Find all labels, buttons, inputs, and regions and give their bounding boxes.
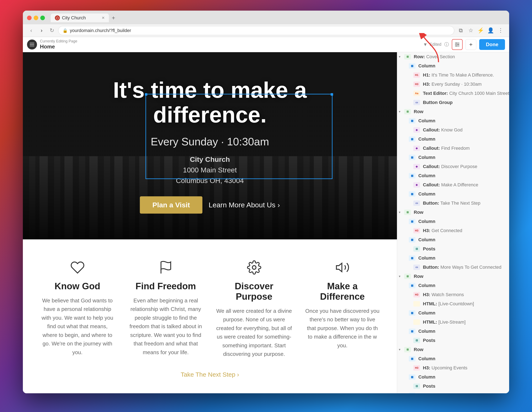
add-element-button[interactable]: + (466, 39, 476, 50)
tree-item-type: Column (418, 63, 435, 69)
tree-item-type: Row (414, 347, 423, 352)
tree-item-icon: ▦ (409, 356, 415, 362)
editor-bar-info: Currently Editing Page Home (40, 39, 421, 50)
plan-visit-button[interactable]: Plan a Visit (140, 196, 202, 214)
tab-close-button[interactable]: ✕ (102, 16, 105, 20)
tree-item[interactable]: ▭Button: Take The Next Step (397, 199, 509, 208)
tree-item[interactable]: ◈Callout: Know God (397, 125, 509, 135)
tree-item-type: Column (418, 356, 435, 362)
tree-item[interactable]: ▾⊞Row (397, 208, 509, 217)
hamburger-menu-button[interactable] (27, 39, 37, 49)
take-next-step-arrow: › (237, 371, 239, 378)
tree-item-icon: ◈ (413, 127, 420, 133)
tree-item[interactable]: HTML: [Live-Stream] (397, 318, 509, 327)
tree-item[interactable]: ⊟Posts (397, 244, 509, 254)
tree-item-type: H1: It's Time To Make A Difference. (423, 72, 494, 78)
find-freedom-icon (128, 260, 204, 275)
tree-item[interactable]: ⊟Posts (397, 382, 509, 391)
tree-item[interactable]: ▦Column (397, 354, 509, 363)
tree-item-type: Column (418, 374, 435, 380)
feature-make-difference: Make a Difference Once you have discover… (304, 260, 380, 359)
tree-item[interactable]: HTML: [Live-Countdown] (397, 299, 509, 308)
tree-item-type: Row (414, 109, 423, 114)
tree-item-type: HTML: [Live-Stream] (423, 319, 466, 325)
close-traffic-light[interactable] (27, 16, 32, 20)
tree-item-type: Column (418, 137, 435, 142)
tree-item[interactable]: ▦Column (397, 254, 509, 263)
tree-item-type: Posts (423, 383, 435, 389)
tree-item[interactable]: ⊟Posts (397, 336, 509, 345)
address-bar[interactable]: 🔒 yourdomain.church/?fl_builder (58, 26, 454, 35)
discover-purpose-icon (216, 260, 292, 275)
tree-item[interactable]: H3H3: Every Sunday · 10:30am (397, 80, 509, 89)
tree-item[interactable]: ▾⊞Row (397, 107, 509, 116)
take-next-step-button[interactable]: Take The Next Step › (39, 371, 380, 378)
page-dropdown-button[interactable]: ▾ (424, 41, 427, 48)
tree-item-icon: ⊟ (413, 338, 420, 343)
tree-item[interactable]: ▦Column (397, 217, 509, 226)
done-button[interactable]: Done (479, 39, 505, 50)
tree-item[interactable]: ▦Column (397, 235, 509, 244)
tree-item-icon: ▦ (409, 155, 415, 160)
editor-bar-right: Edited ⓘ + Done (429, 39, 505, 50)
active-tab[interactable]: City Church ✕ (51, 13, 109, 22)
profile-button[interactable]: 👤 (486, 26, 495, 35)
tree-item[interactable]: ▦Column (397, 116, 509, 125)
tree-item-type: Callout: Find Freedom (423, 146, 470, 151)
tree-item-type: Callout: Know God (423, 127, 463, 133)
tree-item[interactable]: H3H3: Upcoming Events (397, 363, 509, 373)
tree-item[interactable]: ▦Column (397, 153, 509, 162)
learn-more-button[interactable]: Learn More About Us › (209, 201, 280, 209)
tree-item[interactable]: H3H3: Get Connected (397, 226, 509, 235)
tree-item-icon (413, 319, 420, 325)
tree-item[interactable]: ▦Column (397, 327, 509, 336)
tree-item[interactable]: AaText Editor: City Church 1000 Main Str… (397, 89, 509, 98)
bookmark-button[interactable]: ☆ (466, 26, 475, 35)
new-tab-button[interactable]: + (110, 14, 117, 22)
tree-item[interactable]: ▦Column (397, 135, 509, 144)
tree-item[interactable]: ◈Callout: Find Freedom (397, 144, 509, 153)
make-difference-text: Once you have discovered you there's no … (304, 307, 380, 350)
make-difference-icon (304, 260, 380, 275)
tree-item-icon: ▦ (409, 393, 415, 393)
tree-item[interactable]: ▦Column (397, 61, 509, 70)
minimize-traffic-light[interactable] (34, 16, 38, 20)
tree-item[interactable]: H1H1: It's Time To Make A Difference. (397, 70, 509, 80)
settings-panel-button[interactable] (452, 39, 463, 50)
tree-item[interactable]: ▭Button: More Ways To Get Connected (397, 263, 509, 272)
forward-button[interactable]: › (38, 26, 46, 35)
tree-item-type: Row (414, 274, 423, 279)
info-button[interactable]: ⓘ (444, 41, 449, 48)
tree-item-type: Button: Take The Next Step (423, 200, 480, 206)
extension-button[interactable]: ⚡ (476, 26, 485, 35)
tree-item-icon: ⊞ (404, 274, 411, 279)
hero-buttons: Plan a Visit Learn More About Us › (94, 196, 326, 214)
tree-item[interactable]: ▾⊞Row (397, 272, 509, 281)
tree-item[interactable]: ▾⊞Row: Cover Section (397, 52, 509, 61)
refresh-button[interactable]: ↻ (48, 26, 56, 35)
tree-item-icon: ▦ (409, 283, 415, 288)
tree-item[interactable]: ◈Callout: Discover Purpose (397, 162, 509, 171)
tree-item[interactable]: ▭Button Group (397, 98, 509, 107)
tree-item[interactable]: H3H3: Watch Sermons (397, 290, 509, 299)
tree-item[interactable]: ▦Column (397, 373, 509, 382)
tree-item[interactable]: ▦Column (397, 281, 509, 290)
tree-item-type: Column (418, 173, 435, 178)
tree-item[interactable]: ▦Column (397, 189, 509, 199)
tree-item[interactable]: ▦Column (397, 171, 509, 180)
maximize-traffic-light[interactable] (40, 16, 45, 20)
tree-item[interactable]: ▾⊞Row (397, 345, 509, 354)
traffic-lights (27, 16, 45, 20)
tree-item-type: Column (418, 118, 435, 124)
tree-item-icon: ⊟ (413, 246, 420, 252)
tree-item-icon: H3 (413, 228, 420, 233)
tree-item[interactable]: ▦Column (397, 308, 509, 318)
features-section: Know God We believe that God wants to ha… (23, 239, 397, 393)
external-link-button[interactable]: ⧉ (456, 26, 465, 35)
know-god-icon (39, 260, 115, 275)
church-name: City Church (94, 154, 326, 165)
tree-item[interactable]: ▦Column (397, 391, 509, 393)
browser-menu-button[interactable]: ⋮ (496, 26, 505, 35)
tree-item[interactable]: ◈Callout: Make A Difference (397, 180, 509, 189)
back-button[interactable]: ‹ (27, 26, 35, 35)
